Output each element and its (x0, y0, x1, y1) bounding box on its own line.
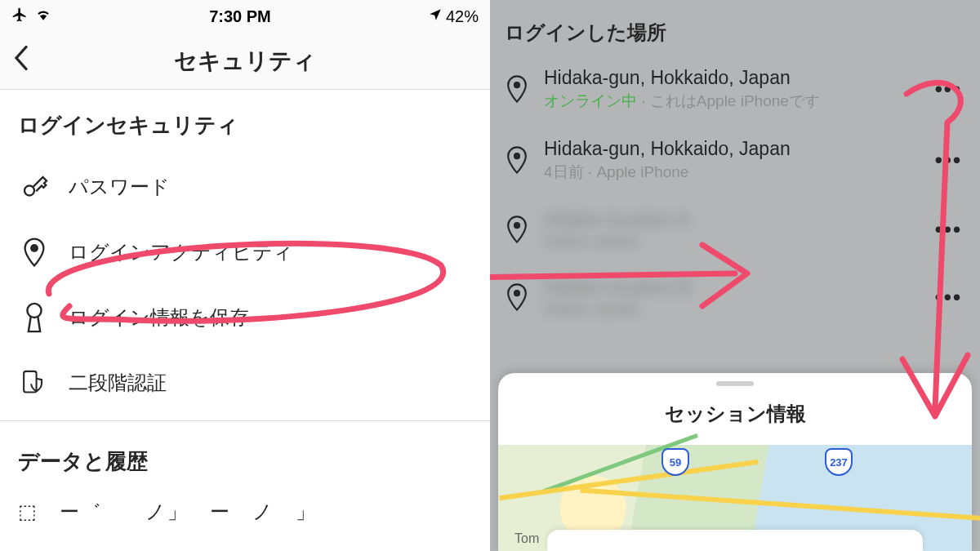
session-row-3[interactable]: Hidden location B hidden details ••• (490, 264, 980, 331)
svg-point-5 (514, 153, 519, 158)
security-settings-screen: 7:30 PM 42% セキュリティ ログインセキュリティ パスワード ログイン… (0, 0, 490, 551)
location-arrow-icon (428, 7, 443, 26)
session-location: Hidden location A (544, 209, 919, 231)
row-login-activity[interactable]: ログインアクティビティ (0, 220, 490, 285)
session-menu-button[interactable]: ••• (932, 77, 965, 102)
session-menu-button[interactable]: ••• (932, 217, 965, 242)
map-popup (547, 530, 923, 551)
clock: 7:30 PM (52, 7, 428, 26)
wifi-icon (34, 7, 52, 26)
battery-text: 42% (446, 7, 479, 26)
session-map[interactable]: 59 237 Tom (498, 445, 972, 551)
session-location: Hidaka-gun, Hokkaido, Japan (544, 67, 919, 89)
key-icon (18, 171, 51, 203)
section-login-security: ログインセキュリティ (0, 90, 490, 154)
login-locations-title: ログインした場所 (490, 0, 980, 54)
session-sub: hidden details (544, 300, 919, 318)
status-bar: 7:30 PM 42% (0, 0, 490, 33)
svg-point-7 (514, 291, 519, 295)
location-pin-icon (505, 145, 531, 176)
svg-point-2 (27, 304, 41, 318)
sheet-grabber[interactable] (716, 381, 754, 386)
session-location: Hidden location B (544, 277, 919, 299)
session-menu-button[interactable]: ••• (932, 148, 965, 173)
row-login-activity-label: ログインアクティビティ (69, 239, 293, 265)
location-pin-icon (18, 236, 51, 269)
location-pin-icon (505, 282, 531, 313)
session-row-1[interactable]: Hidaka-gun, Hokkaido, Japan 4日前 · Apple … (490, 125, 980, 196)
map-place-label: Tom (514, 531, 539, 546)
session-sub: オンライン中 · これはApple iPhoneです (544, 91, 919, 112)
row-password[interactable]: パスワード (0, 154, 490, 220)
row-two-factor-label: 二段階認証 (69, 370, 167, 396)
row-save-login-info[interactable]: ログイン情報を保存 (0, 285, 490, 350)
login-activity-screen: ログインした場所 Hidaka-gun, Hokkaido, Japan オンラ… (490, 0, 980, 551)
row-password-label: パスワード (69, 174, 170, 200)
row-save-login-label: ログイン情報を保存 (69, 304, 249, 331)
session-row-2[interactable]: Hidden location A hidden details ••• (490, 196, 980, 264)
svg-point-1 (31, 245, 38, 251)
svg-point-6 (514, 223, 519, 228)
session-sub: hidden details (544, 233, 919, 251)
session-location: Hidaka-gun, Hokkaido, Japan (544, 138, 919, 160)
route-shield: 59 (662, 448, 689, 476)
divider (0, 420, 490, 421)
session-row-0[interactable]: Hidaka-gun, Hokkaido, Japan オンライン中 · これは… (490, 54, 980, 125)
session-menu-button[interactable]: ••• (932, 285, 965, 310)
location-pin-icon (505, 215, 531, 246)
sheet-title: セッション情報 (665, 401, 806, 427)
back-button[interactable] (13, 45, 46, 77)
svg-point-4 (514, 82, 519, 87)
keyhole-icon (18, 301, 51, 334)
route-shield: 237 (825, 448, 853, 476)
row-two-factor[interactable]: 二段階認証 (0, 350, 490, 415)
page-title: セキュリティ (46, 46, 477, 77)
airplane-mode-icon (11, 7, 28, 27)
svg-point-0 (24, 186, 34, 196)
location-pin-icon (505, 74, 531, 105)
truncated-row: ⬚ ー゛ ノ」 ー ノ 」 (0, 491, 490, 533)
session-info-sheet[interactable]: セッション情報 59 237 Tom (498, 373, 972, 551)
nav-header: セキュリティ (0, 33, 490, 90)
shield-phone-icon (18, 367, 51, 399)
session-sub: 4日前 · Apple iPhone (544, 162, 919, 183)
section-data-history: データと履歴 (0, 426, 490, 491)
